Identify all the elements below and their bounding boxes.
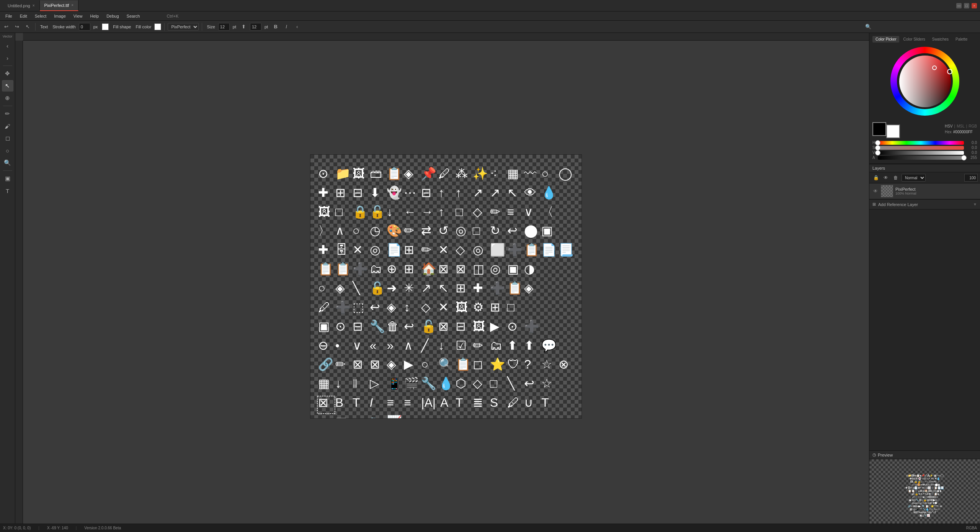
svg-text:◷: ◷ [370, 224, 381, 237]
hex-value: #000000FF [953, 130, 973, 134]
tool-brush[interactable]: 🖌 [2, 120, 13, 132]
layer-delete-btn[interactable]: 🗑 [892, 174, 900, 182]
layer-opacity [964, 174, 978, 182]
svg-text:💬: 💬 [541, 338, 557, 352]
menu-debug[interactable]: Debug [103, 13, 122, 19]
add-reference-expand[interactable]: ▼ [973, 202, 977, 206]
tool-pen[interactable]: ✏ [2, 108, 13, 119]
preview-header[interactable]: ◷ Preview [869, 451, 980, 459]
redo-button[interactable]: ↪ [12, 22, 21, 31]
val-value: 0.0 [965, 151, 977, 155]
svg-text:🔧: 🔧 [421, 376, 436, 391]
statusbar: X: 0Y: 0 (0, 0, 0) | X -69 Y: 140 | Vers… [0, 524, 980, 532]
svg-text:〈: 〈 [541, 205, 554, 218]
menu-file[interactable]: File [2, 13, 16, 19]
menu-edit[interactable]: Edit [16, 13, 31, 19]
menu-select[interactable]: Select [31, 13, 51, 19]
align-top-button[interactable]: ⬆ [239, 22, 248, 31]
stroke-color-button[interactable] [101, 22, 110, 31]
font-size-input[interactable] [218, 23, 230, 31]
undo-button[interactable]: ↩ [2, 22, 11, 31]
svg-text:»: » [387, 338, 394, 352]
tab-swatches[interactable]: Swatches [929, 36, 952, 43]
tool-crop[interactable]: ⊕ [2, 92, 13, 104]
tab-color-sliders[interactable]: Color Sliders [900, 36, 928, 43]
layer-opacity-input[interactable] [964, 174, 978, 182]
magnifier-button[interactable]: 🔍 [864, 22, 873, 31]
tool-move[interactable]: ✥ [2, 68, 13, 79]
svg-text:⁖: ⁖ [490, 167, 497, 180]
svg-text:→: → [421, 205, 433, 218]
add-reference-layer-button[interactable]: ⊞ Add Reference Layer ▼ [869, 199, 980, 210]
alpha-slider[interactable] [878, 156, 964, 160]
val-slider[interactable] [878, 151, 964, 155]
svg-text:⊞: ⊞ [490, 300, 500, 314]
tab-close-untitled[interactable]: × [33, 3, 35, 8]
canvas[interactable]: ⊙ 📁 🖼 🗃 📋 ◈ 📌 🖊 ⁂ ✨ ⁖ ▦ 〰 ○ ◯ ✚ [310, 154, 582, 419]
tool-eraser[interactable]: ◻ [2, 133, 13, 144]
tool-select[interactable]: ↖ [2, 80, 13, 92]
tool-layers[interactable]: ▣ [2, 173, 13, 184]
menu-help[interactable]: Help [87, 13, 103, 19]
layer-lock-btn[interactable]: 🔒 [872, 174, 880, 182]
sat-slider[interactable] [878, 146, 964, 150]
tool-arrow-right[interactable]: › [2, 52, 13, 64]
font-dropdown[interactable]: PixPerfect [168, 23, 199, 31]
svg-text:↑: ↑ [456, 185, 462, 199]
layer-item[interactable]: 👁 PixiPerfect 100% Normal [869, 183, 980, 199]
layer-mode-select[interactable]: Normal [902, 174, 926, 182]
tab-color-picker[interactable]: Color Picker [872, 36, 899, 43]
color-swatches-row: HSV | MSL | RGB Hex #000000FF [872, 120, 977, 138]
svg-text:□: □ [490, 376, 498, 390]
svg-text:╲: ╲ [352, 280, 361, 295]
svg-text:🖼: 🖼 [353, 167, 365, 180]
svg-text:📷: 📷 [370, 414, 385, 418]
italic-button[interactable]: I [282, 22, 291, 31]
layer-eye-btn[interactable]: 👁 [872, 188, 879, 194]
close-button[interactable]: × [972, 3, 977, 8]
menu-image[interactable]: Image [50, 13, 70, 19]
svg-text:⊠: ⊠ [438, 319, 449, 333]
hue-slider[interactable] [878, 141, 964, 145]
svg-text:↑: ↑ [438, 185, 444, 199]
svg-text:◈: ◈ [387, 357, 396, 371]
maximize-button[interactable]: □ [964, 3, 969, 8]
tab-palette[interactable]: Palette [952, 36, 970, 43]
svg-text:⊞: ⊞ [404, 243, 414, 257]
menu-view[interactable]: View [70, 13, 87, 19]
tool-shape[interactable]: ○ [2, 145, 13, 156]
tab-pixiperfect[interactable]: PixiPerfect.ttf × [40, 0, 79, 11]
tool-zoom[interactable]: 🔍 [2, 157, 13, 169]
tab-untitled[interactable]: Untitled.png × [3, 0, 40, 11]
svg-text:≡: ≡ [404, 396, 411, 409]
svg-text:📌: 📌 [421, 166, 436, 180]
tool-arrow-left[interactable]: ‹ [2, 40, 13, 51]
svg-text:📋: 📋 [507, 280, 523, 295]
svg-text:◈: ◈ [387, 300, 396, 314]
color-wheel-svg[interactable] [889, 45, 961, 118]
svg-text:⊕: ⊕ [387, 262, 397, 276]
color-wheel-container[interactable] [872, 45, 977, 118]
svg-text:⊙: ⊙ [335, 319, 346, 333]
tab-close-pixiperfect[interactable]: × [71, 3, 74, 7]
titlebar: Untitled.png × PixiPerfect.ttf × — □ × [0, 0, 980, 11]
layer-visibility-btn[interactable]: 👁 [882, 174, 890, 182]
cursor-button[interactable]: ↖ [23, 22, 32, 31]
toolbar-separator-3 [202, 23, 202, 31]
vector-label: Vector [1, 34, 14, 38]
add-reference-icon: ⊞ [872, 202, 876, 207]
minimize-button[interactable]: — [956, 3, 962, 8]
svg-text:▣: ▣ [507, 262, 519, 276]
status-version: Version 2.0.0.66 Beta [84, 526, 121, 530]
svg-text:➕: ➕ [524, 319, 539, 333]
primary-color-swatch[interactable] [872, 122, 886, 136]
fill-color-swatch[interactable] [154, 23, 161, 30]
stroke-width-input[interactable] [79, 23, 90, 31]
size2-input[interactable] [250, 23, 261, 31]
tool-text[interactable]: T [2, 185, 13, 196]
menu-search[interactable]: Search [123, 13, 144, 19]
secondary-color-swatch[interactable] [886, 124, 900, 138]
chevron-button[interactable]: ‹ [292, 22, 302, 31]
bold-button[interactable]: B [271, 22, 280, 31]
toolbox-sep-1 [3, 65, 12, 66]
